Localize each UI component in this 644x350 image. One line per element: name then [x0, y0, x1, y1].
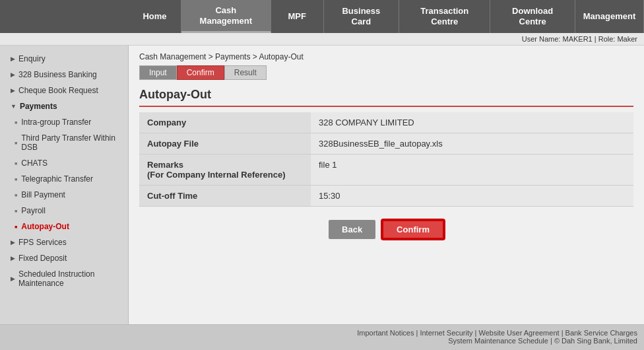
table-row: Remarks (For Company Internal Reference)…	[139, 155, 633, 186]
top-navigation: Home Cash Management MPF Business Card T…	[0, 0, 644, 33]
nav-business-card[interactable]: Business Card	[324, 0, 399, 33]
sidebar-item-label: Bill Payment	[21, 190, 65, 199]
breadcrumb: Cash Management > Payments > Autopay-Out	[139, 52, 633, 61]
sidebar-item-chequebook[interactable]: Cheque Book Request	[0, 83, 128, 98]
nav-cash-management[interactable]: Cash Management	[181, 0, 271, 33]
user-info: User Name: MAKER1 | Role: Maker	[522, 35, 637, 43]
field-label-remarks: Remarks (For Company Internal Reference)	[139, 155, 311, 186]
sidebar-item-fps[interactable]: FPS Services	[0, 234, 128, 250]
table-row: Cut-off Time 15:30	[139, 186, 633, 207]
field-value-cutoff: 15:30	[311, 186, 633, 207]
sidebar-item-label: Scheduled Instruction Maintenance	[18, 269, 120, 288]
sidebar-item-label: Autopay-Out	[21, 222, 69, 231]
main-layout: Enquiry 328 Business Banking Cheque Book…	[0, 46, 644, 324]
sidebar-item-label: Third Party Transfer Within DSB	[21, 133, 120, 152]
sidebar-item-label: CHATS	[21, 158, 48, 168]
sidebar: Enquiry 328 Business Banking Cheque Book…	[0, 46, 129, 324]
sidebar-item-chats[interactable]: CHATS	[0, 155, 128, 171]
sidebar-item-billpayment[interactable]: Bill Payment	[0, 187, 128, 203]
back-button[interactable]: Back	[329, 220, 375, 239]
confirm-button[interactable]: Confirm	[382, 220, 444, 239]
field-label-cutoff: Cut-off Time	[139, 186, 311, 207]
user-bar: User Name: MAKER1 | Role: Maker	[0, 33, 644, 46]
field-value-company: 328 COMPANY LIMITED	[311, 112, 633, 133]
sidebar-item-enquiry[interactable]: Enquiry	[0, 51, 128, 67]
sidebar-item-label: 328 Business Banking	[18, 70, 97, 79]
sidebar-item-label: Cheque Book Request	[18, 86, 98, 95]
content-area: Cash Management > Payments > Autopay-Out…	[129, 46, 644, 324]
step-tabs: Input Confirm Result	[139, 65, 633, 80]
nav-download-centre[interactable]: Download Centre	[490, 0, 575, 33]
sidebar-item-payments[interactable]: Payments	[0, 98, 128, 114]
sidebar-item-label: Payroll	[21, 206, 46, 215]
sidebar-item-label: Intra-group Transfer	[21, 118, 91, 127]
nav-mpf[interactable]: MPF	[271, 0, 324, 33]
data-table: Company 328 COMPANY LIMITED Autopay File…	[139, 112, 633, 207]
sidebar-item-intragroup[interactable]: Intra-group Transfer	[0, 114, 128, 130]
nav-home[interactable]: Home	[129, 0, 181, 33]
sidebar-item-label: Fixed Deposit	[18, 254, 67, 263]
field-value-autopay-file: 328BusinessEB_file_autopay.xls	[311, 133, 633, 155]
page-title: Autopay-Out	[139, 88, 633, 107]
sidebar-item-label: Telegraphic Transfer	[21, 174, 93, 184]
nav-transaction-centre[interactable]: Transaction Centre	[399, 0, 490, 33]
nav-management[interactable]: Management	[575, 0, 644, 33]
sidebar-item-328bb[interactable]: 328 Business Banking	[0, 67, 128, 83]
field-label-autopay-file: Autopay File	[139, 133, 311, 155]
sidebar-item-fixed-deposit[interactable]: Fixed Deposit	[0, 250, 128, 266]
sidebar-item-thirdparty[interactable]: Third Party Transfer Within DSB	[0, 130, 128, 155]
button-row: Back Confirm	[139, 220, 633, 239]
footer-line1: Important Notices | Internet Security | …	[357, 329, 637, 337]
table-row: Company 328 COMPANY LIMITED	[139, 112, 633, 133]
sidebar-item-telegraphic[interactable]: Telegraphic Transfer	[0, 171, 128, 187]
table-row: Autopay File 328BusinessEB_file_autopay.…	[139, 133, 633, 155]
sidebar-item-label: Payments	[20, 102, 57, 111]
step-result[interactable]: Result	[224, 65, 267, 80]
footer: Important Notices | Internet Security | …	[0, 324, 644, 348]
sidebar-item-autopay-out[interactable]: Autopay-Out	[0, 219, 128, 234]
sidebar-item-scheduled[interactable]: Scheduled Instruction Maintenance	[0, 266, 128, 291]
field-label-company: Company	[139, 112, 311, 133]
sidebar-item-label: FPS Services	[18, 238, 67, 247]
sidebar-item-payroll[interactable]: Payroll	[0, 203, 128, 219]
step-input[interactable]: Input	[139, 65, 177, 80]
sidebar-item-label: Enquiry	[18, 54, 46, 63]
step-confirm[interactable]: Confirm	[177, 65, 224, 80]
field-value-remarks: file 1	[311, 155, 633, 186]
footer-line2: System Maintenance Schedule | © Dah Sing…	[448, 337, 637, 345]
